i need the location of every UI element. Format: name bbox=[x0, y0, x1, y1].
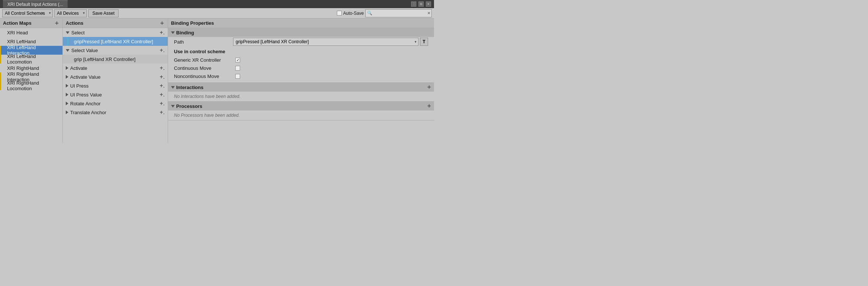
action-group-add-button[interactable]: +. bbox=[160, 47, 165, 54]
action-group-label: Translate Anchor bbox=[70, 110, 106, 115]
action-group-item[interactable]: UI Press+. bbox=[63, 81, 168, 90]
control-scheme-section: Use in control scheme Generic XR Control… bbox=[168, 47, 434, 82]
action-group-add-button[interactable]: +. bbox=[160, 29, 165, 36]
title-tab: XRI Default Input Actions (... bbox=[3, 0, 68, 8]
action-group-item[interactable]: Select+. bbox=[63, 28, 168, 37]
window-menu-btn[interactable]: ⋮ bbox=[411, 1, 416, 7]
auto-save-checkbox[interactable] bbox=[337, 11, 342, 16]
path-t-button[interactable]: T bbox=[420, 38, 428, 46]
action-group-add-button[interactable]: +. bbox=[160, 109, 165, 116]
action-maps-list: XRI HeadXRI LeftHandXRI LeftHand Interac… bbox=[0, 28, 62, 143]
scheme-row: Generic XR Controller✓ bbox=[174, 56, 428, 64]
action-group-item[interactable]: Activate Value+. bbox=[63, 72, 168, 81]
actions-panel: Actions + Select+.gripPressed [LeftHand … bbox=[63, 18, 168, 143]
path-dropdown[interactable]: gripPressed [LeftHand XR Controller] bbox=[233, 38, 418, 46]
actions-list: Select+.gripPressed [LeftHand XR Control… bbox=[63, 28, 168, 143]
expand-icon bbox=[66, 66, 68, 70]
window-close-btn[interactable]: ✕ bbox=[426, 1, 431, 7]
window-restore-btn[interactable]: ⧉ bbox=[418, 1, 424, 7]
binding-section: Binding Path gripPressed [LeftHand XR Co… bbox=[168, 28, 434, 83]
auto-save-label: Auto-Save bbox=[343, 11, 364, 16]
main-layout: Action Maps + XRI HeadXRI LeftHandXRI Le… bbox=[0, 18, 434, 143]
action-group-item[interactable]: Activate+. bbox=[63, 64, 168, 72]
interactions-collapse-icon[interactable] bbox=[171, 86, 175, 89]
interactions-label: Interactions bbox=[176, 85, 204, 90]
action-map-item[interactable]: XRI LeftHand Locomotion bbox=[0, 55, 62, 64]
scheme-checkbox[interactable] bbox=[235, 66, 240, 71]
processors-collapse-icon[interactable] bbox=[171, 105, 175, 108]
processors-label: Processors bbox=[176, 103, 202, 109]
action-group-label: Activate Value bbox=[70, 74, 100, 80]
binding-section-label: Binding bbox=[176, 30, 194, 35]
save-asset-button[interactable]: Save Asset bbox=[88, 9, 119, 17]
collapse-icon bbox=[66, 49, 69, 52]
interactions-section-header: Interactions + bbox=[168, 83, 434, 92]
auto-save-area: Auto-Save bbox=[337, 11, 364, 16]
control-schemes-dropdown[interactable]: All Control Schemes bbox=[2, 9, 53, 17]
actions-header: Actions + bbox=[63, 18, 168, 28]
binding-properties-title: Binding Properties bbox=[171, 20, 214, 26]
expand-icon bbox=[66, 93, 68, 96]
action-group-item[interactable]: UI Press Value+. bbox=[63, 90, 168, 99]
action-group-add-button[interactable]: +. bbox=[160, 82, 165, 89]
path-value-wrapper: gripPressed [LeftHand XR Controller] T bbox=[233, 38, 428, 46]
action-group-item[interactable]: Select Value+. bbox=[63, 46, 168, 55]
action-group-label: Activate bbox=[70, 65, 87, 71]
scheme-checkbox[interactable] bbox=[235, 74, 240, 79]
scheme-name: Continuous Move bbox=[174, 65, 233, 71]
action-group-add-button[interactable]: +. bbox=[160, 65, 165, 71]
expand-icon bbox=[66, 102, 68, 105]
action-maps-header: Action Maps + bbox=[0, 18, 62, 28]
action-map-item[interactable]: XRI RightHand Locomotion bbox=[0, 81, 62, 90]
action-group-label: Select Value bbox=[71, 48, 98, 53]
expand-icon bbox=[66, 84, 68, 88]
action-group-item[interactable]: Translate Anchor+. bbox=[63, 108, 168, 117]
scheme-name: Generic XR Controller bbox=[174, 57, 233, 63]
action-binding-label: gripPressed [LeftHand XR Controller] bbox=[72, 39, 153, 44]
action-group-add-button[interactable]: +. bbox=[160, 91, 165, 98]
control-scheme-section-label: Use in control scheme bbox=[174, 49, 428, 54]
action-group-label: UI Press bbox=[70, 83, 89, 89]
binding-properties-panel: Binding Properties Binding Path gripPres… bbox=[168, 18, 434, 143]
binding-section-header: Binding bbox=[168, 28, 434, 37]
actions-add-button[interactable]: + bbox=[159, 20, 165, 27]
scheme-name: Noncontinuous Move bbox=[174, 74, 233, 79]
scheme-checkbox[interactable]: ✓ bbox=[235, 58, 240, 62]
window-title: XRI Default Input Actions (... bbox=[7, 2, 63, 7]
expand-icon bbox=[66, 110, 68, 114]
control-schemes-wrapper: All Control Schemes ▼ bbox=[2, 9, 53, 17]
action-group-label: Rotate Anchor bbox=[70, 101, 100, 106]
interactions-add-button[interactable]: + bbox=[427, 84, 431, 91]
processors-empty-text: No Processors have been added. bbox=[168, 110, 434, 120]
action-binding-item[interactable]: gripPressed [LeftHand XR Controller] bbox=[63, 37, 168, 46]
path-row: Path gripPressed [LeftHand XR Controller… bbox=[168, 37, 434, 47]
search-icon: 🔍 bbox=[367, 11, 372, 16]
scheme-row: Continuous Move bbox=[174, 64, 428, 72]
action-group-item[interactable]: Rotate Anchor+. bbox=[63, 99, 168, 108]
processors-section: Processors + No Processors have been add… bbox=[168, 102, 434, 120]
search-clear-icon[interactable]: ✕ bbox=[427, 11, 430, 15]
action-group-add-button[interactable]: +. bbox=[160, 74, 165, 80]
search-input[interactable] bbox=[365, 9, 432, 17]
action-group-label: UI Press Value bbox=[70, 92, 102, 98]
search-wrapper: ✕ 🔍 bbox=[365, 9, 432, 17]
action-group-add-button[interactable]: +. bbox=[160, 100, 165, 107]
binding-active-indicator bbox=[67, 37, 68, 46]
binding-section-collapse-icon[interactable] bbox=[171, 31, 175, 34]
devices-dropdown[interactable]: All Devices bbox=[54, 9, 87, 17]
action-maps-panel: Action Maps + XRI HeadXRI LeftHandXRI Le… bbox=[0, 18, 63, 143]
title-bar: XRI Default Input Actions (... ⋮ ⧉ ✕ bbox=[0, 0, 434, 8]
action-binding-label: grip [LeftHand XR Controller] bbox=[72, 57, 136, 62]
interactions-section: Interactions + No Interactions have been… bbox=[168, 83, 434, 102]
processors-add-button[interactable]: + bbox=[427, 102, 431, 110]
toolbar: All Control Schemes ▼ All Devices Save A… bbox=[0, 8, 434, 18]
interactions-empty-text: No Interactions have been added. bbox=[168, 92, 434, 101]
action-maps-add-button[interactable]: + bbox=[54, 20, 59, 27]
path-dropdown-wrapper: gripPressed [LeftHand XR Controller] bbox=[233, 38, 418, 46]
action-maps-title: Action Maps bbox=[3, 20, 31, 26]
action-map-item[interactable]: XRI Head bbox=[0, 28, 62, 37]
processors-section-header: Processors + bbox=[168, 102, 434, 110]
action-binding-item[interactable]: grip [LeftHand XR Controller] bbox=[63, 55, 168, 64]
collapse-icon bbox=[66, 31, 69, 34]
action-group-label: Select bbox=[71, 30, 85, 35]
